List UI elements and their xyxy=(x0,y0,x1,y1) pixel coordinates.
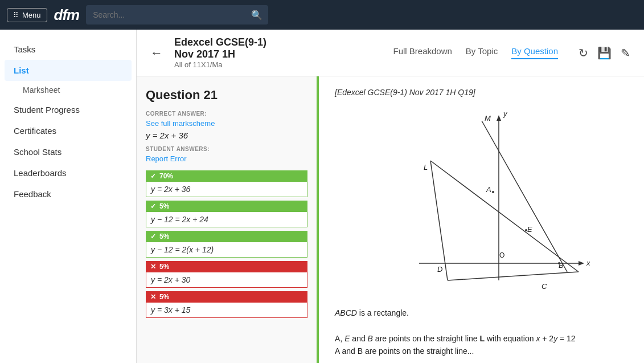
logo: dfm xyxy=(54,6,80,24)
svg-point-16 xyxy=(525,229,527,231)
see-full-markscheme-link[interactable]: See full markscheme xyxy=(146,119,215,128)
x-icon-5: ✕ xyxy=(150,293,156,301)
svg-text:D: D xyxy=(437,265,442,274)
check-icon-2: ✓ xyxy=(150,202,156,210)
answer-bar-5: ✕ 5% y = 3x + 15 xyxy=(146,291,307,318)
answer-bar-3-header: ✓ 5% xyxy=(146,231,307,242)
split-view: Question 21 CORRECT ANSWER: See full mar… xyxy=(137,76,644,363)
refresh-button[interactable]: ↻ xyxy=(579,46,588,60)
sidebar-item-leaderboards[interactable]: Leaderboards xyxy=(0,162,136,183)
exam-info: Edexcel GCSE(9-1) Nov 2017 1H All of 11X… xyxy=(174,36,266,69)
answer-percent-4: 5% xyxy=(159,263,169,271)
correct-answer-section: CORRECT ANSWER: See full markscheme y = … xyxy=(146,111,307,140)
sidebar-item-student-progress[interactable]: Student Progress xyxy=(0,99,136,120)
svg-text:y: y xyxy=(503,109,508,118)
svg-line-8 xyxy=(430,161,448,280)
sidebar-item-tasks[interactable]: Tasks xyxy=(0,39,136,60)
svg-marker-1 xyxy=(579,261,584,266)
top-nav: ⠿ Menu dfm 🔍 xyxy=(0,0,644,30)
svg-text:L: L xyxy=(424,163,428,172)
question-text: ABCD is a rectangle. A, E and B are poin… xyxy=(335,307,628,358)
check-icon-3: ✓ xyxy=(150,233,156,240)
svg-point-18 xyxy=(558,262,560,264)
sidebar-item-school-stats[interactable]: School Stats xyxy=(0,141,136,162)
menu-grid-icon: ⠿ xyxy=(13,11,19,19)
svg-text:x: x xyxy=(586,259,590,267)
menu-button[interactable]: ⠿ Menu xyxy=(7,8,47,22)
svg-line-10 xyxy=(482,121,567,272)
sidebar-item-marksheet[interactable]: Marksheet xyxy=(0,81,136,99)
svg-text:A: A xyxy=(486,185,491,194)
header-actions: ↻ 💾 ✎ xyxy=(579,46,630,60)
back-button[interactable]: ← xyxy=(150,46,163,60)
svg-text:O: O xyxy=(499,251,504,259)
svg-point-14 xyxy=(492,191,494,193)
right-panel: [Edexcel GCSE(9-1) Nov 2017 1H Q19] x y … xyxy=(319,76,644,363)
geometry-diagram: x y O M xyxy=(374,104,590,297)
left-panel: Question 21 CORRECT ANSWER: See full mar… xyxy=(137,76,319,363)
answer-bar-4-header: ✕ 5% xyxy=(146,261,307,272)
answer-bar-2: ✓ 5% y − 12 = 2x + 24 xyxy=(146,201,307,227)
answer-bar-5-header: ✕ 5% xyxy=(146,291,307,303)
answer-bar-2-header: ✓ 5% xyxy=(146,201,307,212)
report-error-link[interactable]: Report Error xyxy=(146,154,187,163)
content-area: ← Edexcel GCSE(9-1) Nov 2017 1H All of 1… xyxy=(137,30,644,363)
sidebar: Tasks List Marksheet Student Progress Ce… xyxy=(0,30,137,363)
answer-percent-1: 70% xyxy=(159,172,173,180)
search-bar: 🔍 xyxy=(86,5,268,25)
save-button[interactable]: 💾 xyxy=(597,46,612,60)
tab-by-question[interactable]: By Question xyxy=(511,46,558,59)
question-ref: [Edexcel GCSE(9-1) Nov 2017 1H Q19] xyxy=(335,88,628,97)
answer-percent-3: 5% xyxy=(159,233,169,240)
sidebar-item-certificates[interactable]: Certificates xyxy=(0,120,136,141)
content-header: ← Edexcel GCSE(9-1) Nov 2017 1H All of 1… xyxy=(137,30,644,76)
menu-label: Menu xyxy=(22,11,41,19)
answer-bar-3: ✓ 5% y − 12 = 2(x + 12) xyxy=(146,231,307,258)
correct-answer-label: CORRECT ANSWER: xyxy=(146,111,307,117)
exam-class: All of 11X1/Ma xyxy=(174,60,266,69)
answer-bar-4: ✕ 5% y = 2x + 30 xyxy=(146,261,307,288)
edit-button[interactable]: ✎ xyxy=(621,46,630,60)
sidebar-item-feedback[interactable]: Feedback xyxy=(0,183,136,205)
answer-bar-3-body: y − 12 = 2(x + 12) xyxy=(146,242,307,258)
exam-title: Edexcel GCSE(9-1) Nov 2017 1H xyxy=(174,36,266,60)
svg-text:C: C xyxy=(542,282,547,291)
answer-percent-2: 5% xyxy=(159,202,169,210)
search-input[interactable] xyxy=(86,5,268,25)
answer-bar-5-body: y = 3x + 15 xyxy=(146,303,307,318)
svg-text:M: M xyxy=(485,114,491,123)
tab-full-breakdown[interactable]: Full Breakdown xyxy=(393,46,452,59)
header-tabs: Full Breakdown By Topic By Question xyxy=(393,46,558,59)
check-icon-1: ✓ xyxy=(150,172,156,180)
answer-bar-4-body: y = 2x + 30 xyxy=(146,272,307,288)
x-icon-4: ✕ xyxy=(150,263,156,271)
student-answers-section: STUDENT ANSWERS: Report Error xyxy=(146,146,307,164)
main-layout: Tasks List Marksheet Student Progress Ce… xyxy=(0,30,644,363)
svg-marker-3 xyxy=(497,115,501,121)
svg-line-9 xyxy=(448,272,579,280)
sidebar-item-list[interactable]: List xyxy=(5,60,132,81)
answer-bar-1: ✓ 70% y = 2x + 36 xyxy=(146,170,307,197)
answer-percent-5: 5% xyxy=(159,293,169,301)
question-title: Question 21 xyxy=(146,88,307,103)
tab-by-topic[interactable]: By Topic xyxy=(466,46,498,59)
svg-text:E: E xyxy=(527,225,532,234)
answer-bar-1-header: ✓ 70% xyxy=(146,170,307,182)
student-answers-label: STUDENT ANSWERS: xyxy=(146,146,307,152)
answer-bar-1-body: y = 2x + 36 xyxy=(146,182,307,197)
answer-bar-2-body: y − 12 = 2x + 24 xyxy=(146,212,307,227)
diagram-area: x y O M xyxy=(335,104,628,297)
search-icon: 🔍 xyxy=(251,10,262,21)
correct-answer-math: y = 2x + 36 xyxy=(146,130,307,140)
